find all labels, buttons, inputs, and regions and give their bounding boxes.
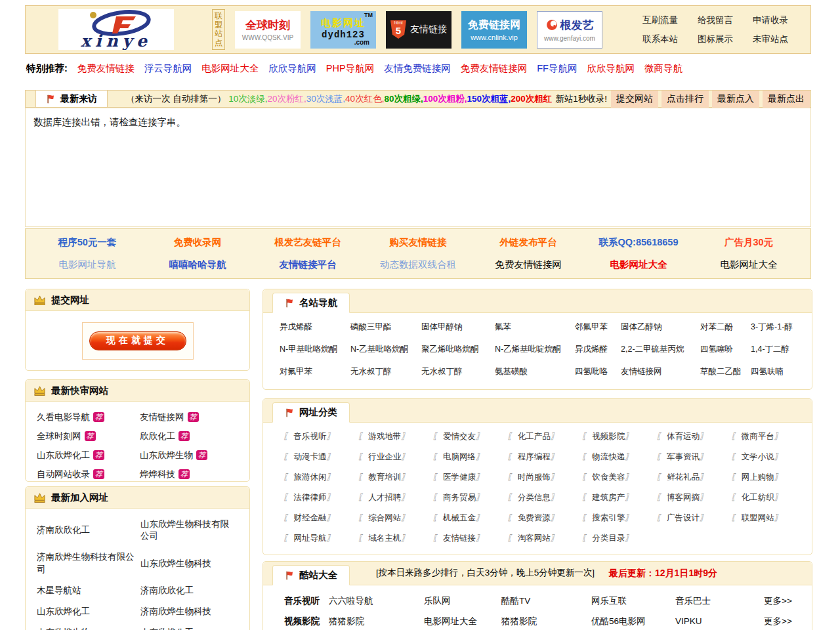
- famous-site-link[interactable]: 无水叔丁醇: [421, 366, 495, 377]
- famous-site-link[interactable]: 聚乙烯吡咯烷酮: [421, 344, 495, 355]
- category-link[interactable]: 综合网站: [368, 513, 401, 522]
- category-link[interactable]: 游戏地带: [368, 432, 401, 441]
- famous-site-link[interactable]: 固体乙醇钠: [621, 322, 700, 333]
- submit-now-button[interactable]: 现在就提交: [89, 331, 186, 350]
- cool-site-link[interactable]: 酷酷TV: [501, 595, 591, 607]
- category-link[interactable]: 动漫卡通: [294, 452, 327, 461]
- category-link[interactable]: 体育运动: [667, 432, 700, 441]
- famous-site-link[interactable]: 异戊烯醛: [575, 344, 621, 355]
- famous-site-link[interactable]: 无水叔丁醇: [350, 366, 421, 377]
- cool-category-link[interactable]: 视频影院: [284, 616, 329, 627]
- category-link[interactable]: 医学健康: [443, 472, 476, 482]
- ad-link[interactable]: 外链发布平台: [500, 236, 557, 249]
- famous-site-link[interactable]: N-甲基吡咯烷酮: [280, 344, 350, 355]
- banner-genfayi[interactable]: 根发艺 www.genfayi.com: [537, 11, 602, 49]
- cool-site-link[interactable]: 电影网址大全: [424, 616, 501, 627]
- newly-added-link[interactable]: 济南欣欣化工: [37, 514, 140, 547]
- categories-tab[interactable]: 网址分类: [272, 402, 350, 423]
- ad-link[interactable]: 电影网址大全: [610, 259, 667, 271]
- category-link[interactable]: 时尚服饰: [518, 472, 551, 482]
- category-link[interactable]: 教育培训: [368, 472, 401, 482]
- famous-site-link[interactable]: N-乙基吡咯烷酮: [350, 344, 421, 355]
- cool-site-link[interactable]: 猪猪影院: [501, 616, 591, 627]
- famous-sites-tab[interactable]: 名站导航: [272, 293, 350, 313]
- header-link[interactable]: 申请收录: [753, 14, 788, 26]
- recommend-link[interactable]: PHP导航网: [326, 62, 374, 75]
- category-link[interactable]: 文学小说: [742, 452, 774, 461]
- banner-qqsk[interactable]: 全球时刻 WWW.QQSK.VIP: [235, 11, 301, 49]
- cool-site-link[interactable]: 乐队网: [424, 595, 501, 607]
- league-sites-button[interactable]: 联盟站点: [212, 9, 225, 50]
- category-link[interactable]: 鲜花礼品: [667, 472, 700, 482]
- category-link[interactable]: 搜索引擎: [592, 513, 625, 522]
- newly-added-link[interactable]: 山东欣烨化工: [37, 601, 140, 622]
- category-link[interactable]: 网址导航: [294, 534, 327, 543]
- fast-review-link[interactable]: 自动网站收录: [37, 469, 90, 480]
- fast-review-link[interactable]: 山东欣烨生物: [140, 450, 193, 461]
- famous-site-link[interactable]: 四氢噻吩: [700, 344, 751, 355]
- ad-link[interactable]: 嘻嘻哈哈导航: [169, 259, 226, 271]
- category-link[interactable]: 机械五金: [443, 513, 476, 522]
- header-link[interactable]: 图标展示: [698, 33, 733, 45]
- famous-site-link[interactable]: 四氢吡咯: [575, 366, 621, 377]
- fast-review-link[interactable]: 全球时刻网: [37, 430, 81, 442]
- category-link[interactable]: 化工产品: [518, 432, 551, 441]
- category-link[interactable]: 域名主机: [368, 534, 401, 543]
- visitor-bar-button[interactable]: 点击排行: [662, 91, 709, 108]
- famous-site-link[interactable]: 对苯二酚: [700, 322, 751, 333]
- fast-review-link[interactable]: 山东欣烨化工: [37, 450, 90, 461]
- newly-added-link[interactable]: 济南欣烨生物科技: [140, 601, 242, 622]
- famous-site-link[interactable]: 1,4-丁二醇: [751, 344, 812, 355]
- category-link[interactable]: 程序编程: [518, 452, 551, 461]
- category-link[interactable]: 友情链接: [443, 534, 476, 543]
- cool-site-link[interactable]: 六六啦导航: [329, 595, 424, 607]
- newly-added-link[interactable]: 木星导航站: [37, 580, 140, 601]
- recommend-link[interactable]: 微商导航: [644, 62, 682, 75]
- newly-added-link[interactable]: 山东欣烨化工: [140, 622, 242, 630]
- category-link[interactable]: 人才招聘: [368, 493, 401, 502]
- category-link[interactable]: 分类信息: [518, 493, 551, 502]
- recommend-link[interactable]: 电影网址大全: [201, 62, 259, 75]
- famous-site-link[interactable]: 3-丁烯-1-醇: [751, 322, 812, 333]
- newly-added-link[interactable]: 济南欣欣化工: [140, 580, 242, 601]
- famous-site-link[interactable]: 2,2-二甲硫基丙烷: [621, 344, 700, 355]
- site-logo[interactable]: xinye: [58, 9, 174, 50]
- famous-site-link[interactable]: 四氢呋喃: [751, 366, 812, 377]
- recommend-link[interactable]: 免费友情链接: [77, 62, 135, 75]
- cool-site-link[interactable]: 猪猪影院: [329, 616, 424, 627]
- category-link[interactable]: 旅游休闲: [294, 472, 327, 482]
- cool-category-link[interactable]: 音乐视听: [284, 595, 329, 607]
- category-link[interactable]: 视频影院: [592, 432, 625, 441]
- header-link[interactable]: 给我留言: [698, 14, 733, 26]
- header-link[interactable]: 未审站点: [753, 33, 788, 45]
- ad-link[interactable]: 联系QQ:85618659: [599, 236, 679, 249]
- recommend-link[interactable]: 免费友情链接网: [461, 62, 528, 75]
- category-link[interactable]: 商务贸易: [443, 493, 476, 502]
- ad-link[interactable]: 电影网址导航: [59, 259, 116, 271]
- category-link[interactable]: 饮食美容: [592, 472, 625, 482]
- cool-sites-tab[interactable]: 酷站大全: [272, 565, 350, 585]
- famous-site-link[interactable]: 固体甲醇钠: [421, 322, 495, 333]
- cool-site-link[interactable]: 音乐巴士: [675, 595, 764, 607]
- fast-review-link[interactable]: 烨烨科技: [140, 469, 175, 480]
- fast-review-link[interactable]: 久看电影导航: [37, 411, 90, 423]
- visitor-bar-button[interactable]: 最新点入: [712, 91, 759, 108]
- category-link[interactable]: 军事资讯: [667, 452, 700, 461]
- famous-site-link[interactable]: 氟苯: [495, 322, 575, 333]
- header-link[interactable]: 联系本站: [642, 33, 678, 45]
- category-link[interactable]: 爱情交友: [443, 432, 476, 441]
- famous-site-link[interactable]: 邻氟甲苯: [575, 322, 621, 333]
- famous-site-link[interactable]: N-乙烯基吡啶烷酮: [495, 344, 575, 355]
- famous-site-link[interactable]: 对氟甲苯: [280, 366, 350, 377]
- category-link[interactable]: 财经金融: [294, 513, 327, 522]
- fast-review-link[interactable]: 欣欣化工: [140, 430, 175, 442]
- latest-visitors-tab[interactable]: 最新来访: [35, 91, 108, 107]
- category-link[interactable]: 微商平台: [742, 432, 774, 441]
- newly-added-link[interactable]: 山东欣烨生物科技: [140, 547, 242, 579]
- cool-site-link[interactable]: 网乐互联: [591, 595, 675, 607]
- ad-link[interactable]: 免费友情链接网: [495, 259, 562, 271]
- recommend-link[interactable]: 浮云导航网: [144, 62, 192, 75]
- recommend-link[interactable]: 欣欣导航网: [587, 62, 635, 75]
- famous-site-link[interactable]: 友情链接网: [621, 366, 700, 377]
- category-link[interactable]: 免费资源: [518, 513, 551, 522]
